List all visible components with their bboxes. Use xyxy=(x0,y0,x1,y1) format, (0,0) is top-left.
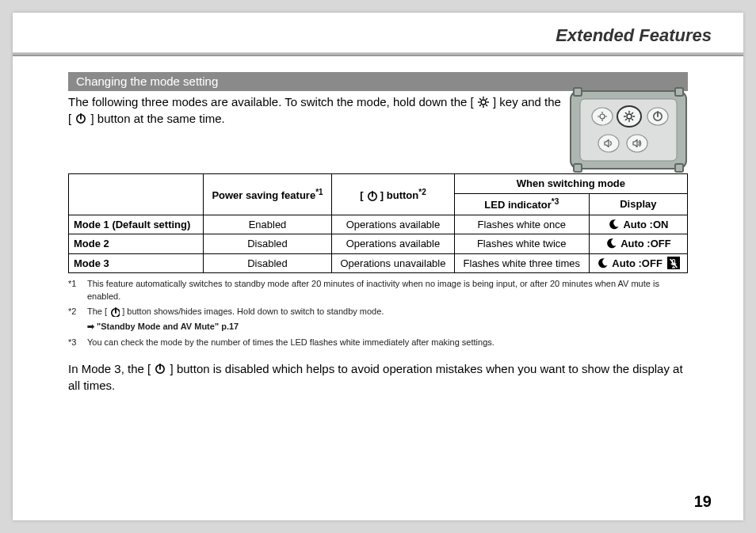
power-icon xyxy=(74,112,87,125)
svg-rect-23 xyxy=(574,164,582,172)
footnote-2-reference: "Standby Mode and AV Mute" p.17 xyxy=(87,321,688,333)
cell-button: Operations unavailable xyxy=(332,253,455,273)
page-content: Changing the mode setting The following … xyxy=(13,72,743,394)
footnotes: *1 This feature automatically switches t… xyxy=(68,278,688,348)
mode-table: Power saving feature*1 [ ] button*2 When… xyxy=(68,173,688,273)
page-title: Extended Features xyxy=(13,13,743,52)
power-icon xyxy=(109,306,120,317)
svg-rect-24 xyxy=(675,164,683,172)
svg-rect-22 xyxy=(675,88,683,96)
col-display: Display xyxy=(589,193,687,215)
cell-button: Operations available xyxy=(332,215,455,234)
brightness-icon xyxy=(477,96,490,109)
col-button: [ ] button*2 xyxy=(332,174,455,215)
intro-text-a: The following three modes are available.… xyxy=(68,95,474,109)
power-icon xyxy=(154,363,166,375)
row-name: Mode 2 xyxy=(69,234,204,254)
cell-power-saving: Disabled xyxy=(203,253,331,273)
cell-power-saving: Enabled xyxy=(203,215,331,234)
document-page: Extended Features Changing the mode sett… xyxy=(13,13,743,520)
cell-display: Auto :OFF xyxy=(589,253,687,273)
moon-icon xyxy=(597,257,609,269)
cell-led: Flashes white three times xyxy=(454,253,589,273)
cell-power-saving: Disabled xyxy=(203,234,331,254)
col-switching: When switching mode xyxy=(454,174,687,194)
cell-display: Auto :ON xyxy=(589,215,687,234)
row-name: Mode 3 xyxy=(69,253,204,273)
footnote-1: *1 This feature automatically switches t… xyxy=(68,278,688,303)
cell-display: Auto :OFF xyxy=(589,234,687,254)
svg-rect-21 xyxy=(574,88,582,96)
table-row: Mode 1 (Default setting) Enabled Operati… xyxy=(69,215,688,234)
device-illustration xyxy=(569,86,688,173)
power-icon xyxy=(366,190,377,201)
moon-icon xyxy=(605,237,618,249)
footnote-3: *3 You can check the mode by the number … xyxy=(68,337,688,348)
table-row: Mode 3 Disabled Operations unavailable F… xyxy=(69,253,688,273)
cell-button: Operations available xyxy=(332,234,455,254)
page-number: 19 xyxy=(694,493,712,511)
svg-point-27 xyxy=(617,106,641,127)
intro-text-c: ] button at the same time. xyxy=(91,112,225,125)
col-power-saving: Power saving feature*1 xyxy=(203,174,331,215)
post-paragraph: In Mode 3, the [ ] button is disabled wh… xyxy=(68,361,688,394)
row-name: Mode 1 (Default setting) xyxy=(69,215,204,234)
mic-off-icon xyxy=(667,257,680,269)
table-row: Mode 2 Disabled Operations available Fla… xyxy=(69,234,688,254)
svg-point-26 xyxy=(592,108,613,125)
moon-icon xyxy=(608,218,620,230)
col-led: LED indicator*3 xyxy=(454,193,589,215)
cell-led: Flashes white once xyxy=(454,215,589,234)
table-header-row: Power saving feature*1 [ ] button*2 When… xyxy=(69,174,688,194)
footnote-2: *2 The [ ] button shows/hides images. Ho… xyxy=(68,306,688,318)
title-rule xyxy=(13,52,743,56)
cell-led: Flashes white twice xyxy=(454,234,589,254)
